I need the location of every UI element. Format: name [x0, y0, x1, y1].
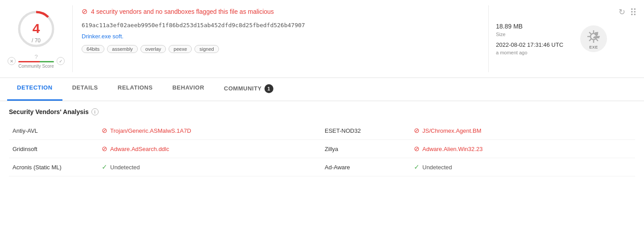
threat-icon: ⊘	[102, 145, 107, 153]
info-panel: ⊘ 4 security vendors and no sandboxes fl…	[72, 5, 481, 72]
file-tag[interactable]: signed	[194, 45, 219, 53]
file-size-label: Size	[496, 32, 569, 37]
score-value: 4	[33, 22, 40, 35]
file-tag[interactable]: overlay	[140, 45, 166, 53]
vendor-name: ESET-NOD32	[321, 122, 410, 140]
community-score-bar-visual	[18, 61, 54, 62]
threat-name: Adware.Alien.Win32.23	[422, 146, 483, 152]
vendor-name: Ad-Aware	[321, 158, 410, 176]
tab-relations[interactable]: RELATIONS	[108, 78, 163, 101]
spacer	[303, 158, 321, 176]
vendor-result: ⊘Adware.AdSearch.ddlc	[98, 140, 303, 158]
spacer	[303, 140, 321, 158]
clean-name: Undetected	[110, 164, 140, 171]
svg-line-7	[589, 32, 591, 34]
vendor-result: ✓Undetected	[410, 158, 635, 176]
tab-details[interactable]: DETAILS	[62, 78, 108, 101]
vendor-result: ⊘Adware.Alien.Win32.23	[410, 140, 635, 158]
clean-icon: ✓	[102, 163, 107, 171]
file-size: 18.89 MB	[496, 23, 569, 30]
vendor-result: ⊘JS/Chromex.Agent.BM	[410, 122, 635, 140]
vendor-name: Zillya	[321, 140, 410, 158]
tab-detection[interactable]: DETECTION	[7, 78, 62, 101]
tabs-bar: DETECTIONDETAILSRELATIONSBEHAVIORCOMMUNI…	[0, 78, 644, 101]
section-title-text: Security Vendors' Analysis	[9, 108, 89, 115]
alert-bar: ⊘ 4 security vendors and no sandboxes fl…	[82, 5, 481, 17]
score-circle: 4 / 70	[16, 9, 56, 49]
vendor-row: Antiy-AVL⊘Trojan/Generic.ASMalwS.1A7DESE…	[9, 122, 635, 140]
file-tag[interactable]: assembly	[107, 45, 137, 53]
community-score-bar: ? Community Score	[18, 53, 54, 69]
vendor-name: Antiy-AVL	[9, 122, 98, 140]
threat-name: Trojan/Generic.ASMalwS.1A7D	[110, 127, 191, 134]
tags-row: 64bitsassemblyoverlaypeexesigned	[82, 45, 481, 53]
file-date-ago: a moment ago	[496, 50, 569, 55]
refresh-icon[interactable]: ↻	[619, 7, 625, 19]
vendor-row: Acronis (Static ML)✓UndetectedAd-Aware✓U…	[9, 158, 635, 176]
svg-line-10	[589, 39, 591, 41]
svg-point-11	[594, 32, 598, 36]
threat-icon: ⊘	[102, 127, 107, 135]
exe-gear-svg	[586, 29, 602, 45]
community-score-x-button[interactable]: ✕	[8, 57, 16, 65]
vendor-name: Gridinsoft	[9, 140, 98, 158]
meta-section: 18.89 MB Size 2022-08-02 17:31:46 UTC a …	[488, 5, 569, 72]
file-name[interactable]: Drinker.exe soft.	[82, 33, 481, 40]
file-tag[interactable]: peexe	[169, 45, 192, 53]
content-area: Security Vendors' Analysis i Antiy-AVL⊘T…	[0, 101, 644, 184]
clean-icon: ✓	[414, 163, 420, 171]
file-hash[interactable]: 619ac11a3ef02aeeb9950ef1f86bd253d15ab452…	[82, 22, 481, 29]
score-section: 4 / 70 ✕ ? Community Score ✓	[7, 5, 65, 72]
tab-badge-community: 1	[264, 84, 273, 93]
vendor-table: Antiy-AVL⊘Trojan/Generic.ASMalwS.1A7DESE…	[9, 122, 635, 176]
threat-icon: ⊘	[414, 145, 420, 153]
community-score-question: ?	[34, 53, 37, 60]
vendor-row: Gridinsoft⊘Adware.AdSearch.ddlcZillya⊘Ad…	[9, 140, 635, 158]
section-title: Security Vendors' Analysis i	[9, 108, 635, 115]
vendor-result: ✓Undetected	[98, 158, 303, 176]
qr-code-icon[interactable]: ⠿	[630, 7, 637, 19]
community-score-row: ✕ ? Community Score ✓	[7, 53, 65, 69]
exe-section: EXE	[576, 5, 611, 72]
svg-line-8	[596, 39, 598, 41]
community-score-check-button[interactable]: ✓	[57, 57, 65, 65]
tab-behavior[interactable]: BEHAVIOR	[162, 78, 214, 101]
alert-icon: ⊘	[82, 7, 87, 16]
top-right-toolbar: ↻ ⠿	[619, 5, 637, 72]
clean-name: Undetected	[422, 164, 452, 171]
threat-name: JS/Chromex.Agent.BM	[422, 127, 481, 134]
threat-icon: ⊘	[414, 127, 420, 135]
file-type-label: EXE	[589, 45, 598, 49]
file-date: 2022-08-02 17:31:46 UTC	[496, 41, 569, 48]
vendor-result: ⊘Trojan/Generic.ASMalwS.1A7D	[98, 122, 303, 140]
alert-message: 4 security vendors and no sandboxes flag…	[91, 8, 274, 15]
file-type-icon: EXE	[580, 25, 607, 52]
tab-community[interactable]: COMMUNITY1	[214, 78, 283, 101]
score-denominator: / 70	[32, 37, 41, 44]
section-info-icon[interactable]: i	[91, 108, 99, 115]
vendor-name: Acronis (Static ML)	[9, 158, 98, 176]
community-score-label: Community Score	[18, 64, 54, 69]
spacer	[303, 122, 321, 140]
threat-name: Adware.AdSearch.ddlc	[110, 146, 169, 152]
file-tag[interactable]: 64bits	[82, 45, 104, 53]
